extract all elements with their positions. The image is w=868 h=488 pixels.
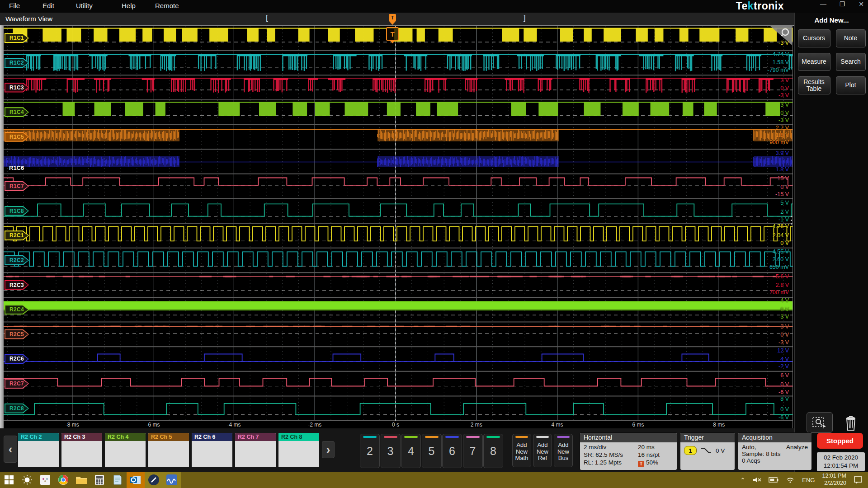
- channel-badge-r1c1[interactable]: R1C1: [5, 33, 29, 43]
- scroll-channels-left-button[interactable]: ‹: [4, 436, 17, 463]
- taskbar-people-icon[interactable]: [36, 472, 54, 488]
- tray-clock[interactable]: 12:01 PM 2/2/2020: [822, 473, 846, 487]
- channel-badge-r1c7[interactable]: R1C7: [5, 181, 29, 191]
- trigger-indicator-badge[interactable]: T: [386, 27, 399, 41]
- channel-tab-r2-ch-2[interactable]: R2 Ch 2: [18, 433, 59, 467]
- wifi-icon[interactable]: [786, 476, 795, 483]
- note-button[interactable]: Note: [836, 29, 866, 47]
- waveform-view-tabbar: Waveform View [ ]: [0, 13, 794, 26]
- waveform-view-tab[interactable]: Waveform View: [5, 15, 52, 23]
- channel-tab-r2-ch-7[interactable]: R2 Ch 7: [235, 433, 276, 467]
- channel-badge-r1c3[interactable]: R1C3: [5, 83, 29, 93]
- channel-badge-r2c1[interactable]: R2C1: [5, 230, 29, 240]
- channel-tab-r2-ch-8[interactable]: R2 Ch 8: [278, 433, 319, 467]
- channel-button-6[interactable]: 6: [442, 434, 462, 468]
- taskbar-pen-icon[interactable]: [145, 472, 163, 488]
- zoom-bracket-left[interactable]: [: [266, 14, 268, 23]
- channel-button-7[interactable]: 7: [463, 434, 483, 468]
- zoom-bracket-right[interactable]: ]: [524, 14, 526, 23]
- channel-badge-r2c7[interactable]: R2C7: [5, 379, 29, 389]
- menu-utility[interactable]: Utility: [76, 2, 93, 9]
- window-controls: — ❐ ✕: [819, 0, 865, 8]
- time-axis-label: 8 ms: [713, 422, 725, 428]
- taskbar-chrome-icon[interactable]: [54, 472, 72, 488]
- scale-label-r1c4: 0 V: [780, 110, 789, 116]
- plot-left-scroll-strip[interactable]: [0, 25, 4, 428]
- trigger-source-badge: 1: [684, 446, 697, 455]
- time-axis-label: 0 s: [392, 422, 399, 428]
- date-time-display: 02 Feb 2020 12:01:54 PM: [817, 452, 865, 471]
- channel-badge-r1c5[interactable]: R1C5: [5, 132, 29, 142]
- channel-badge-r2c5[interactable]: R2C5: [5, 329, 29, 339]
- scale-label-r2c6: 12 V: [777, 347, 789, 354]
- channel-button-4[interactable]: 4: [401, 434, 421, 468]
- channel-badge-r2c6[interactable]: R2C6: [5, 354, 29, 364]
- taskbar-start-icon[interactable]: [0, 472, 18, 488]
- horizontal-resolution: 16 ns/pt: [638, 451, 677, 458]
- channel-tab-r2-ch-3[interactable]: R2 Ch 3: [61, 433, 102, 467]
- results-table-button[interactable]: Results Table: [798, 76, 830, 94]
- channel-badge-r1c4[interactable]: R1C4: [5, 107, 29, 117]
- acquisition-panel[interactable]: Acquisition Auto, Analyze Sample: 8 bits…: [738, 433, 811, 470]
- channel-badge-r2c3[interactable]: R2C3: [5, 280, 29, 290]
- trigger-position-marker[interactable]: T: [389, 14, 396, 21]
- cursors-button[interactable]: Cursors: [798, 29, 830, 47]
- channel-badge-r2c4[interactable]: R2C4: [5, 305, 29, 314]
- menu-help[interactable]: Help: [122, 2, 136, 9]
- channel-badge-r2c8[interactable]: R2C8: [5, 404, 29, 413]
- taskbar-tekscope-icon[interactable]: [163, 472, 181, 488]
- plot-button[interactable]: Plot: [836, 76, 866, 94]
- minimize-button[interactable]: —: [819, 0, 827, 8]
- add-new-ref-button[interactable]: AddNewRef: [533, 434, 552, 467]
- scroll-channels-right-button[interactable]: ›: [322, 441, 335, 458]
- trigger-panel[interactable]: Trigger 1 0 V: [680, 433, 735, 470]
- add-new-math-button[interactable]: AddNewMath: [512, 434, 531, 467]
- channel-tab-r2-ch-4[interactable]: R2 Ch 4: [105, 433, 146, 467]
- zoom-select-tool-button[interactable]: [807, 412, 833, 433]
- add-new-bus-button[interactable]: AddNewBus: [554, 434, 573, 467]
- trash-icon[interactable]: [841, 412, 861, 434]
- scale-label-r1c5: 900 mV: [769, 139, 789, 145]
- close-button[interactable]: ✕: [857, 0, 865, 8]
- channel-button-2[interactable]: 2: [360, 434, 380, 468]
- channel-badge-r2c2[interactable]: R2C2: [5, 255, 29, 265]
- scale-label-r2c1: 2.04 V: [773, 232, 789, 239]
- system-tray: ⌃ ENG 12:01 PM 2/2/2020: [740, 473, 868, 487]
- search-button[interactable]: Search: [836, 53, 866, 71]
- trigger-position-icon: T: [638, 461, 644, 467]
- taskbar-icons: [0, 472, 181, 488]
- taskbar-calculator-icon[interactable]: [90, 472, 108, 488]
- time-axis-label: 6 ms: [632, 422, 644, 428]
- acquisition-mode: Auto,: [742, 444, 756, 450]
- taskbar-sun-icon[interactable]: [18, 472, 36, 488]
- measure-button[interactable]: Measure: [798, 53, 830, 71]
- battery-icon[interactable]: [769, 477, 778, 483]
- menu-remote[interactable]: Remote: [155, 2, 179, 9]
- taskbar-notepad-icon[interactable]: [108, 472, 127, 488]
- channel-badge-r1c6[interactable]: R1C6: [9, 164, 24, 171]
- time-axis-label: -6 ms: [146, 422, 160, 428]
- channel-badge-r1c8[interactable]: R1C8: [5, 206, 29, 216]
- action-center-icon[interactable]: [854, 476, 863, 484]
- menu-file[interactable]: File: [9, 2, 20, 9]
- channel-button-5[interactable]: 5: [422, 434, 442, 468]
- channel-tab-r2-ch-6[interactable]: R2 Ch 6: [192, 433, 232, 467]
- taskbar-outlook-icon[interactable]: [127, 472, 145, 488]
- scale-label-r1c7: 0 V: [780, 184, 789, 190]
- horizontal-panel[interactable]: Horizontal 2 ms/div 20 ms SR: 62.5 MS/s …: [580, 433, 677, 470]
- scale-label-r2c1: 0 V: [780, 240, 789, 246]
- volume-muted-icon[interactable]: [752, 476, 761, 483]
- restore-button[interactable]: ❐: [838, 0, 846, 8]
- run-stop-status-button[interactable]: Stopped: [817, 433, 863, 449]
- taskbar-explorer-icon[interactable]: [72, 472, 90, 488]
- add-new-title: Add New...: [795, 16, 868, 24]
- menu-edit[interactable]: Edit: [42, 2, 54, 9]
- waveform-plot[interactable]: -8 ms-6 ms-4 ms-2 ms0 s2 ms4 ms6 ms8 msR…: [4, 25, 793, 429]
- channel-button-3[interactable]: 3: [381, 434, 401, 468]
- channel-badge-r1c2[interactable]: R1C2: [5, 58, 29, 68]
- tray-chevron-icon[interactable]: ⌃: [740, 477, 745, 483]
- language-indicator[interactable]: ENG: [802, 477, 815, 483]
- horizontal-span: 20 ms: [638, 444, 677, 450]
- channel-button-8[interactable]: 8: [483, 434, 503, 468]
- channel-tab-r2-ch-5[interactable]: R2 Ch 5: [148, 433, 189, 467]
